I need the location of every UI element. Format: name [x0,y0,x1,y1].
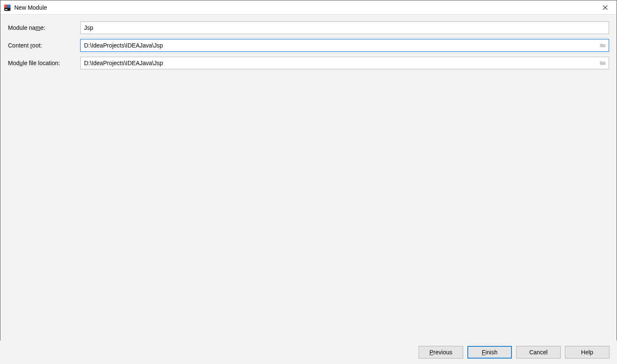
help-button[interactable]: Help [565,346,609,359]
svg-rect-1 [4,5,7,8]
module-name-label: Module name: [8,24,80,31]
content-root-input[interactable] [81,40,597,51]
title-bar: New Module [0,0,617,15]
content-root-label: Content root: [8,42,80,49]
module-name-row: Module name: [8,21,609,34]
module-name-input[interactable] [80,21,609,34]
previous-button[interactable]: Previous [419,346,463,359]
folder-icon [599,42,606,49]
module-file-location-input[interactable] [81,57,597,69]
content-root-row: Content root: [8,39,609,52]
content-root-browse-button[interactable] [597,40,609,51]
svg-rect-3 [5,9,7,10]
window-title: New Module [14,4,47,11]
finish-button[interactable]: Finish [467,346,512,359]
module-file-location-label: Module file location: [8,60,80,66]
module-file-location-browse-button[interactable] [597,57,609,69]
app-icon [4,4,11,11]
cancel-button[interactable]: Cancel [516,346,561,359]
folder-icon [599,60,606,66]
module-file-location-row: Module file location: [8,57,609,69]
form-content: Module name: Content root: Module file l… [0,15,617,340]
svg-rect-2 [8,5,11,8]
close-button[interactable] [596,1,615,14]
dialog-footer: Previous Finish Cancel Help [0,340,617,364]
close-icon [603,5,608,10]
